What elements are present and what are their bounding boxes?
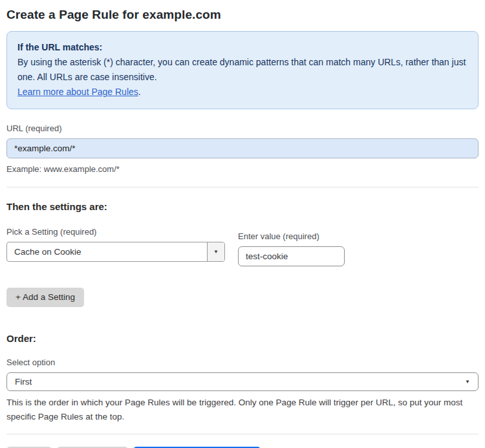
url-field-label: URL (required) xyxy=(6,123,479,133)
footer-divider xyxy=(6,434,479,434)
info-box-body: By using the asterisk (*) character, you… xyxy=(17,55,468,85)
url-match-info-box: If the URL matches: By using the asteris… xyxy=(6,31,479,109)
chevron-down-icon: ▼ xyxy=(213,250,219,255)
url-input[interactable] xyxy=(6,138,479,158)
setting-value-input[interactable] xyxy=(238,246,345,266)
order-select[interactable]: First ▼ xyxy=(6,372,479,391)
learn-more-link[interactable]: Learn more about Page Rules xyxy=(17,87,138,97)
info-box-heading: If the URL matches: xyxy=(17,40,468,55)
setting-picker-label: Pick a Setting (required) xyxy=(6,227,225,237)
order-heading: Order: xyxy=(6,333,479,344)
order-select-value: First xyxy=(15,377,32,387)
setting-select[interactable]: Cache on Cookie ▼ xyxy=(6,242,225,262)
chevron-down-icon: ▼ xyxy=(465,379,470,385)
setting-picker-column: Pick a Setting (required) Cache on Cooki… xyxy=(6,227,225,266)
page-title: Create a Page Rule for example.com xyxy=(6,8,479,22)
settings-heading: Then the settings are: xyxy=(6,201,479,212)
url-helper-text: Example: www.example.com/* xyxy=(6,163,479,176)
order-helper-text: This is the order in which your Page Rul… xyxy=(6,396,479,424)
link-suffix: . xyxy=(138,87,141,97)
setting-select-value: Cache on Cookie xyxy=(7,242,207,261)
divider xyxy=(6,187,479,187)
settings-row: Pick a Setting (required) Cache on Cooki… xyxy=(6,227,479,266)
setting-value-label: Enter value (required) xyxy=(238,231,345,241)
setting-value-column: Enter value (required) xyxy=(238,231,345,266)
add-setting-button[interactable]: + Add a Setting xyxy=(6,288,84,307)
page-rule-form: Create a Page Rule for example.com If th… xyxy=(0,0,485,448)
order-select-label: Select option xyxy=(6,357,479,367)
setting-select-arrow-button[interactable]: ▼ xyxy=(207,242,224,261)
info-box-link-line: Learn more about Page Rules. xyxy=(17,85,468,100)
